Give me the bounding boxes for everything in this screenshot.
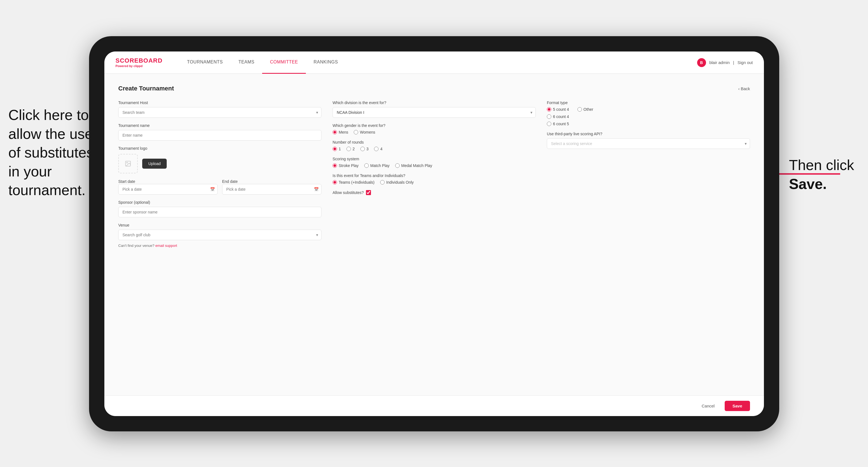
division-group: Which division is the event for? NCAA Di…: [333, 100, 536, 118]
format-options: 5 count 4 Other 6 count 4: [547, 107, 750, 126]
venue-label: Venue: [118, 223, 321, 227]
format-row-3: 6 count 5: [547, 122, 750, 126]
sign-out-link[interactable]: Sign out: [738, 60, 753, 65]
rounds-2[interactable]: 2: [346, 147, 355, 151]
page-header: Create Tournament ‹ Back: [118, 85, 750, 92]
venue-group: Venue Can't find your venue? email suppo…: [118, 223, 321, 248]
nav-items: TOURNAMENTS TEAMS COMMITTEE RANKINGS: [179, 52, 697, 74]
cancel-button[interactable]: Cancel: [696, 401, 720, 411]
event-type-teams[interactable]: Teams (+Individuals): [333, 180, 375, 185]
form-columns: Tournament Host Tournament name Tourname…: [118, 100, 750, 248]
rounds-radio-group: 1 2 3 4: [333, 147, 536, 151]
division-label: Which division is the event for?: [333, 100, 536, 105]
tablet-device: SCOREBOARD Powered by clippd TOURNAMENTS…: [89, 36, 779, 431]
nav-item-committee[interactable]: COMMITTEE: [262, 52, 306, 74]
sponsor-label: Sponsor (optional): [118, 200, 321, 205]
nav-logo: SCOREBOARD Powered by clippd: [116, 58, 162, 68]
start-date-label: Start date: [118, 179, 135, 184]
scoring-match[interactable]: Match Play: [364, 163, 390, 168]
tournament-host-group: Tournament Host: [118, 100, 321, 118]
scoring-medal[interactable]: Medal Match Play: [395, 163, 432, 168]
scoring-api-label: Use third-party live scoring API?: [547, 132, 750, 136]
division-select[interactable]: NCAA Division I: [333, 107, 536, 118]
format-other[interactable]: Other: [578, 107, 593, 112]
end-date-group: End date 📅: [222, 179, 321, 194]
scoring-radio-group: Stroke Play Match Play Medal Match Play: [333, 163, 536, 168]
end-date-input[interactable]: [222, 184, 321, 194]
rounds-4[interactable]: 4: [374, 147, 382, 151]
form-section-left: Tournament Host Tournament name Tourname…: [118, 100, 321, 248]
nav-right: B blair admin | Sign out: [697, 58, 753, 67]
allow-subs-group: Allow substitutes?: [333, 190, 536, 195]
svg-point-3: [127, 162, 127, 163]
tournament-host-select-wrapper: [118, 107, 321, 118]
logo-upload-area: Upload: [118, 154, 321, 174]
format-5count4[interactable]: 5 count 4: [547, 107, 569, 112]
scoring-stroke[interactable]: Stroke Play: [333, 163, 359, 168]
start-date-group: Start date 📅: [118, 179, 218, 194]
start-date-input[interactable]: [118, 184, 218, 194]
format-type-label: Format type: [547, 100, 750, 105]
annotation-left: Click here to allow the use of substitut…: [8, 106, 103, 200]
tournament-name-label: Tournament name: [118, 123, 321, 128]
gender-mens[interactable]: Mens: [333, 130, 348, 134]
user-name: blair admin: [709, 60, 730, 65]
tablet-screen: SCOREBOARD Powered by clippd TOURNAMENTS…: [104, 52, 764, 416]
scoring-group: Scoring system Stroke Play Match Play: [333, 157, 536, 168]
venue-help: Can't find your venue? email support: [118, 244, 321, 248]
tournament-logo-label: Tournament logo: [118, 146, 321, 151]
avatar: B: [697, 58, 706, 67]
scoring-api-group: Use third-party live scoring API? Select…: [547, 132, 750, 149]
rounds-1[interactable]: 1: [333, 147, 341, 151]
annotation-right: Then click Save.: [789, 156, 854, 193]
sponsor-group: Sponsor (optional): [118, 200, 321, 217]
format-6count4[interactable]: 6 count 4: [547, 114, 569, 119]
scoring-api-select[interactable]: Select a scoring service: [547, 138, 750, 149]
format-row-2: 6 count 4: [547, 114, 750, 119]
nav-item-teams[interactable]: TEAMS: [231, 52, 262, 74]
format-type-group: Format type 5 count 4 Other: [547, 100, 750, 126]
sponsor-input[interactable]: [118, 207, 321, 217]
tournament-host-label: Tournament Host: [118, 100, 321, 105]
gender-radio-group: Mens Womens: [333, 130, 536, 134]
event-type-individuals[interactable]: Individuals Only: [380, 180, 414, 185]
nav-bar: SCOREBOARD Powered by clippd TOURNAMENTS…: [104, 52, 764, 74]
form-section-middle: Which division is the event for? NCAA Di…: [333, 100, 536, 248]
page-content: Create Tournament ‹ Back Tournament Host: [104, 74, 764, 396]
page-footer: Cancel Save: [104, 396, 764, 416]
tournament-host-input[interactable]: [118, 107, 321, 118]
form-section-right: Format type 5 count 4 Other: [547, 100, 750, 248]
rounds-3[interactable]: 3: [361, 147, 369, 151]
end-date-label: End date: [222, 179, 238, 184]
format-6count5[interactable]: 6 count 5: [547, 122, 569, 126]
gender-womens[interactable]: Womens: [354, 130, 375, 134]
logo-placeholder[interactable]: [118, 154, 138, 174]
logo-scoreboard: SCOREBOARD: [116, 57, 162, 64]
tournament-name-group: Tournament name: [118, 123, 321, 141]
venue-input[interactable]: [118, 229, 321, 240]
allow-subs-checkbox-label[interactable]: Allow substitutes?: [333, 190, 536, 195]
tournament-name-input[interactable]: [118, 130, 321, 141]
nav-item-rankings[interactable]: RANKINGS: [306, 52, 346, 74]
back-button[interactable]: ‹ Back: [738, 86, 750, 91]
dates-group: Start date 📅 End date 📅: [118, 179, 321, 194]
nav-item-tournaments[interactable]: TOURNAMENTS: [179, 52, 231, 74]
email-support-link[interactable]: email support: [155, 244, 177, 248]
scoring-label: Scoring system: [333, 157, 536, 161]
event-type-radio-group: Teams (+Individuals) Individuals Only: [333, 180, 536, 185]
event-type-label: Is this event for Teams and/or Individua…: [333, 174, 536, 178]
upload-button[interactable]: Upload: [142, 159, 167, 169]
allow-subs-checkbox[interactable]: [366, 190, 371, 195]
gender-group: Which gender is the event for? Mens Wome…: [333, 123, 536, 134]
rounds-label: Number of rounds: [333, 140, 536, 145]
format-row-1: 5 count 4 Other: [547, 107, 750, 112]
save-button[interactable]: Save: [725, 401, 750, 411]
rounds-group: Number of rounds 1 2: [333, 140, 536, 151]
date-row: Start date 📅 End date 📅: [118, 179, 321, 194]
gender-label: Which gender is the event for?: [333, 123, 536, 128]
page-title: Create Tournament: [118, 85, 174, 92]
tournament-logo-group: Tournament logo Upload: [118, 146, 321, 174]
event-type-group: Is this event for Teams and/or Individua…: [333, 174, 536, 185]
